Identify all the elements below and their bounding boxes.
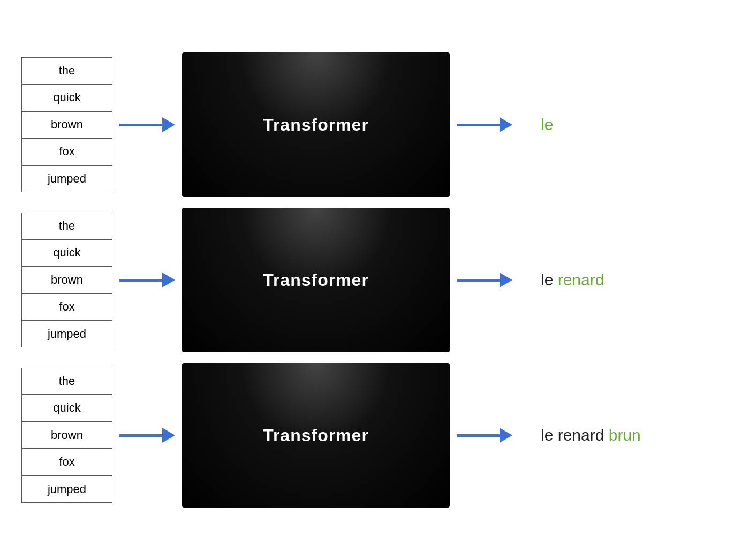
arrow-icon: [119, 428, 175, 443]
word-cell-jumped-3: jumped: [21, 476, 112, 503]
arrow-right-2: [450, 273, 519, 287]
arrow-head: [500, 117, 512, 132]
output-container-3: le renard brun: [519, 426, 735, 444]
output-text-3: le renard brun: [541, 426, 641, 444]
arrow-icon: [119, 273, 175, 287]
word-cell-the-2: the: [21, 213, 112, 240]
transformer-label-3: Transformer: [263, 426, 369, 445]
output-container-1: le: [519, 116, 735, 134]
arrow-head: [162, 273, 175, 287]
word-list-2: thequickbrownfoxjumped: [21, 213, 112, 348]
diagram-row-3: thequickbrownfoxjumped Transformer le re…: [21, 363, 735, 508]
word-cell-quick-3: quick: [21, 395, 112, 422]
word-list-3: thequickbrownfoxjumped: [21, 368, 112, 503]
word-list-1: thequickbrownfoxjumped: [21, 57, 112, 193]
word-cell-jumped-1: jumped: [21, 165, 112, 193]
arrow-head: [162, 428, 175, 443]
output-text-2: le renard: [541, 271, 604, 289]
arrow-left-2: [112, 273, 182, 287]
word-cell-fox-1: fox: [21, 138, 112, 165]
word-cell-jumped-2: jumped: [21, 321, 112, 348]
word-cell-brown-1: brown: [21, 111, 112, 139]
word-cell-fox-3: fox: [21, 449, 112, 476]
output-new-word-2: renard: [558, 271, 604, 289]
arrow-line: [457, 279, 500, 282]
arrow-icon: [119, 117, 175, 132]
word-cell-the-1: the: [21, 57, 112, 85]
output-text-1: le: [541, 116, 553, 134]
word-cell-quick-1: quick: [21, 84, 112, 111]
arrow-line: [119, 279, 162, 282]
arrow-right-3: [450, 428, 519, 443]
arrow-head: [162, 117, 175, 132]
word-cell-fox-2: fox: [21, 293, 112, 321]
arrow-left-1: [112, 117, 182, 132]
transformer-label-1: Transformer: [263, 115, 369, 135]
arrow-head: [500, 428, 512, 443]
arrow-icon: [457, 117, 512, 132]
arrow-line: [119, 434, 162, 437]
word-cell-quick-2: quick: [21, 239, 112, 267]
word-cell-the-3: the: [21, 368, 112, 395]
arrow-right-1: [450, 117, 519, 132]
arrow-line: [457, 434, 500, 437]
output-new-word-3: brun: [609, 426, 641, 444]
word-cell-brown-3: brown: [21, 422, 112, 449]
diagram-row-1: thequickbrownfoxjumped Transformer le: [21, 52, 735, 197]
arrow-head: [500, 273, 512, 287]
output-new-word-1: le: [541, 116, 553, 133]
word-cell-brown-2: brown: [21, 267, 112, 294]
transformer-box-2: Transformer: [182, 208, 450, 352]
arrow-left-3: [112, 428, 182, 443]
output-container-2: le renard: [519, 271, 735, 289]
arrow-icon: [457, 273, 512, 287]
transformer-box-3: Transformer: [182, 363, 450, 508]
arrow-line: [119, 124, 162, 126]
arrow-line: [457, 124, 500, 126]
output-prefix-3: le renard: [541, 426, 609, 444]
output-prefix-2: le: [541, 271, 558, 289]
transformer-label-2: Transformer: [263, 270, 369, 290]
diagram-row-2: thequickbrownfoxjumped Transformer le re…: [21, 208, 735, 352]
transformer-box-1: Transformer: [182, 52, 450, 197]
arrow-icon: [457, 428, 512, 443]
